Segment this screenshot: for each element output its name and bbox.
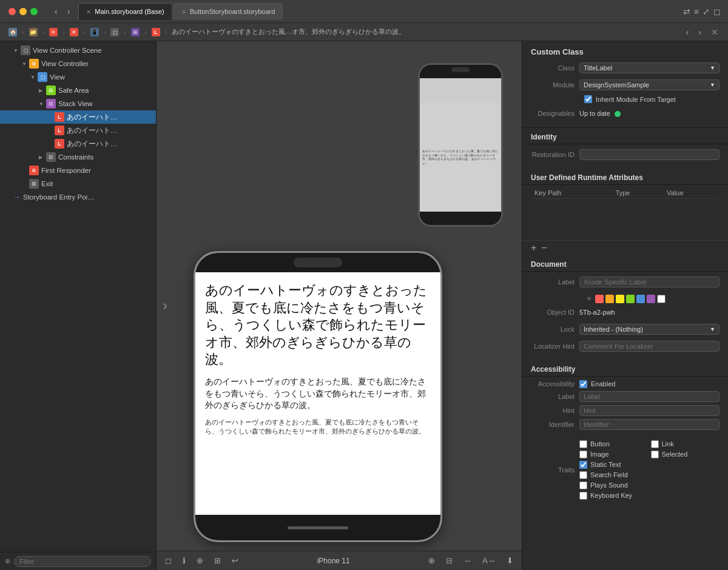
breadcrumb-item7[interactable]: ⊞ [129, 27, 142, 38]
share-button[interactable]: ⇄ [683, 7, 690, 16]
attributes-table: Key Path Type Value [531, 187, 720, 235]
trait-selected-checkbox[interactable] [651, 451, 659, 458]
sidebar-item-vc-scene[interactable]: ▼ ◻ View Controller Scene [0, 44, 156, 57]
trait-button-checkbox[interactable] [579, 440, 587, 448]
swatch-orange[interactable] [605, 295, 614, 303]
trait-plays-sound-checkbox[interactable] [579, 481, 587, 489]
trait-search-field-label: Search Field [590, 471, 628, 478]
inherit-module-checkbox[interactable] [584, 95, 592, 103]
expand-arrow-stack[interactable]: ▼ [39, 101, 46, 107]
doc-color-x[interactable]: ✕ [587, 295, 592, 302]
doc-label-label: Label [531, 278, 579, 286]
forward-button[interactable]: › [64, 5, 74, 18]
tab-close-icon-2[interactable]: ✕ [181, 8, 186, 15]
sidebar-item-safe[interactable]: ▶ ⊞ Safe Area [0, 84, 156, 97]
canvas-btn-8[interactable]: ↔ [461, 555, 474, 566]
expand-arrow-view[interactable]: ▼ [30, 75, 38, 80]
sidebar-item-stack[interactable]: ▼ ⊟ Stack View [0, 97, 156, 110]
sidebar-item-constraints[interactable]: ▶ ⊞ Constraints [0, 150, 156, 164]
fullscreen-button[interactable]: ⤢ [703, 7, 710, 16]
breadcrumb-sep5: › [104, 29, 106, 36]
minimize-button[interactable] [19, 8, 27, 15]
remove-attr-button[interactable]: − [541, 243, 547, 253]
breadcrumb-item6[interactable]: ◻ [108, 27, 121, 38]
sidebar-item-exit[interactable]: ⊠ Exit [0, 177, 156, 190]
swatch-purple[interactable] [647, 295, 655, 303]
swatch-yellow[interactable] [616, 295, 624, 303]
canvas-btn-4[interactable]: ⊞ [212, 555, 223, 566]
tab-close-icon[interactable]: ✕ [86, 8, 91, 15]
canvas-btn-7[interactable]: ⊟ [443, 555, 455, 566]
maximize-button[interactable] [30, 8, 38, 15]
breadcrumb-item5[interactable]: 📱 [88, 27, 101, 38]
trait-empty3 [651, 481, 720, 489]
close-button[interactable] [8, 8, 16, 15]
expand-arrow-vc[interactable]: ▼ [22, 61, 29, 67]
trait-search-field-checkbox[interactable] [579, 471, 587, 479]
canvas-btn-9[interactable]: A↔ [480, 555, 498, 566]
breadcrumb-item8[interactable]: L [149, 27, 163, 38]
module-dropdown[interactable]: DesignSystemSample ▼ [579, 79, 720, 90]
add-attr-button[interactable]: + [531, 243, 536, 253]
breadcrumb-sep3: › [62, 29, 65, 36]
breadcrumb-sep7: › [144, 29, 147, 36]
breadcrumb-icon-8: L [152, 28, 160, 36]
trait-image-checkbox[interactable] [579, 451, 587, 458]
canvas-area[interactable]: › あのイーハトーヴォのすきとおった風、夏でも底に冷たさをもつ青いそら、うつくし… [157, 41, 522, 570]
breadcrumb-next-button[interactable]: › [695, 26, 705, 38]
swatch-red[interactable] [595, 295, 604, 303]
accessibility-section: Accessibility Enabled Label Hint Identif… [522, 377, 728, 437]
acc-identifier-input[interactable] [579, 419, 720, 430]
swatch-blue[interactable] [636, 295, 645, 303]
tab-button-storyboard[interactable]: ✕ ButtonStoryboard.storyboard [174, 3, 283, 20]
sidebar-item-entry[interactable]: → Storyboard Entry Poi… [0, 190, 156, 204]
trait-plays-sound-label: Plays Sound [590, 481, 628, 489]
acc-enabled-checkbox[interactable] [579, 380, 587, 388]
panel-button[interactable]: ◻ [713, 7, 721, 16]
acc-hint-input[interactable] [579, 405, 720, 416]
doc-lock-dropdown[interactable]: Inherited - (Nothing) ▼ [579, 324, 720, 335]
acc-label-input[interactable] [579, 391, 720, 402]
menu-button[interactable]: ≡ [694, 7, 699, 16]
swatch-white[interactable] [657, 295, 666, 303]
doc-localizer-input[interactable] [579, 341, 720, 352]
breadcrumb-item4[interactable]: ✕ [67, 27, 81, 38]
titlebar: ‹ › ✕ Main.storyboard (Base) ✕ ButtonSto… [0, 0, 728, 23]
sidebar-item-vc[interactable]: ▼ ⊕ View Controller [0, 57, 156, 70]
sidebar-item-label3[interactable]: L あのイーハト… [0, 137, 156, 150]
doc-label-input[interactable] [579, 277, 720, 287]
breadcrumb-sep4: › [83, 29, 86, 36]
sidebar-item-view[interactable]: ▼ ◻ View [0, 70, 156, 84]
sidebar-item-responder[interactable]: ⊕ First Responder [0, 164, 156, 177]
expand-arrow-safe[interactable]: ▶ [39, 88, 46, 93]
canvas-btn-1[interactable]: ◻ [163, 555, 174, 566]
sidebar-item-label2[interactable]: L あのイーハト… [0, 124, 156, 137]
canvas-btn-5[interactable]: ↩ [229, 555, 241, 566]
traits-label: Traits [531, 466, 579, 474]
trait-link-checkbox[interactable] [651, 440, 659, 448]
breadcrumb-item3[interactable]: ✕ [47, 27, 60, 38]
breadcrumb-text[interactable]: あのイーハトーヴォのすきとおった風…オ市、郊外のぎらぎらひかる草の波。 [169, 26, 408, 38]
filter-input[interactable] [14, 556, 151, 567]
trait-plays-sound: Plays Sound [579, 481, 649, 489]
breadcrumb-prev-button[interactable]: ‹ [682, 26, 693, 38]
restoration-id-input[interactable] [579, 149, 720, 160]
class-dropdown[interactable]: TitleLabel ▼ [579, 62, 720, 73]
trait-static-text: Static Text [579, 461, 649, 469]
canvas-btn-2[interactable]: ℹ [180, 555, 188, 566]
breadcrumb-home[interactable]: 🏠 [6, 27, 19, 38]
swatch-green[interactable] [626, 295, 635, 303]
expand-arrow-constraints[interactable]: ▶ [39, 155, 46, 160]
expand-arrow-scene[interactable]: ▼ [13, 48, 21, 53]
identity-section-header: Identity [522, 128, 728, 144]
trait-static-text-checkbox[interactable] [579, 461, 587, 469]
tab-main-storyboard[interactable]: ✕ Main.storyboard (Base) [78, 3, 172, 20]
canvas-btn-6[interactable]: ⊕ [426, 555, 437, 566]
canvas-btn-10[interactable]: ⬇ [504, 555, 516, 566]
sidebar-item-label1[interactable]: L あのイーハト… [0, 110, 156, 124]
breadcrumb-close-button[interactable]: ✕ [707, 26, 722, 38]
back-button[interactable]: ‹ [51, 5, 61, 18]
canvas-btn-3[interactable]: ⊕ [194, 555, 206, 566]
breadcrumb-folder[interactable]: 📁 [27, 27, 40, 38]
trait-keyboard-key-checkbox[interactable] [579, 492, 587, 500]
